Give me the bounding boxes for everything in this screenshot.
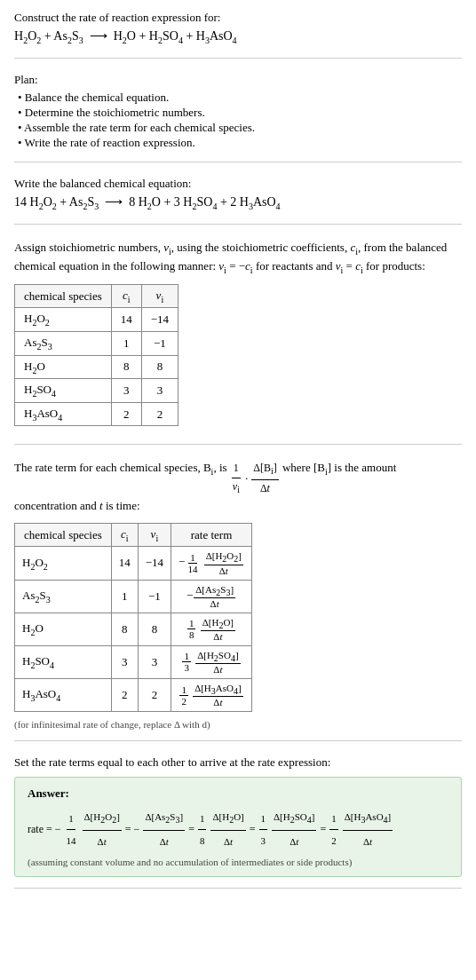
table-row: As2S3 1 −1 − Δ[As2S3] Δt — [15, 580, 252, 612]
rate-term-intro: The rate term for each chemical species,… — [14, 459, 462, 515]
balanced-header: Write the balanced chemical equation: — [14, 177, 462, 191]
rt-v-H2O2: −14 — [138, 547, 171, 580]
balanced-equation: 14 H2O2 + As2S3 ⟶ 8 H2O + 3 H2SO4 + 2 H3… — [14, 194, 462, 211]
table-row: H2O2 14 −14 — [15, 308, 178, 332]
rate-term-table: chemical species ci νi rate term H2O2 14… — [14, 523, 252, 713]
page-title: Construct the rate of reaction expressio… — [14, 11, 462, 25]
rt-c-H3AsO4: 2 — [111, 679, 138, 712]
answer-label: Answer: — [28, 786, 448, 801]
table-row: H2O 8 8 1 8 Δ[H2O] Δt — [15, 612, 252, 645]
v-H3AsO4: 2 — [141, 402, 178, 426]
answer-box: Answer: rate = − 1 14 Δ[H2O2] Δt = − Δ[A… — [14, 777, 462, 876]
stoich-col-species: chemical species — [15, 284, 112, 308]
rt-species-As2S3: As2S3 — [15, 580, 112, 612]
rt-species-H2O2: H2O2 — [15, 547, 112, 580]
rt-col-v: νi — [138, 523, 171, 547]
rt-species-H2SO4: H2SO4 — [15, 645, 112, 678]
plan-item-2: • Determine the stoichiometric numbers. — [18, 106, 462, 120]
species-As2S3: As2S3 — [15, 331, 112, 355]
rt-v-As2S3: −1 — [138, 580, 171, 612]
c-H2O2: 14 — [111, 308, 141, 332]
species-H3AsO4: H3AsO4 — [15, 402, 112, 426]
rt-col-species: chemical species — [15, 523, 112, 547]
answer-footnote: (assuming constant volume and no accumul… — [28, 857, 448, 867]
unbalanced-reaction: H2O2 + As2S3 ⟶ H2O + H2SO4 + H3AsO4 — [14, 28, 462, 45]
stoich-intro: Assign stoichiometric numbers, νi, using… — [14, 239, 462, 277]
rt-v-H3AsO4: 2 — [138, 679, 171, 712]
stoich-col-v: νi — [141, 284, 178, 308]
stoich-col-c: ci — [111, 284, 141, 308]
rt-rate-H3AsO4: 1 2 Δ[H3AsO4] Δt — [171, 679, 252, 712]
rt-rate-H2O2: − 1 14 Δ[H2O2] Δt — [171, 547, 252, 580]
answer-equation: rate = − 1 14 Δ[H2O2] Δt = − Δ[As2S3] Δt… — [28, 806, 448, 852]
rt-rate-H2SO4: 1 3 Δ[H2SO4] Δt — [171, 645, 252, 678]
rt-c-H2O2: 14 — [111, 547, 138, 580]
rate-term-footnote: (for infinitesimal rate of change, repla… — [14, 719, 462, 730]
rt-v-H2O: 8 — [138, 612, 171, 645]
table-row: H2SO4 3 3 — [15, 379, 178, 403]
species-H2SO4: H2SO4 — [15, 379, 112, 403]
plan-item-3: • Assemble the rate term for each chemic… — [18, 121, 462, 135]
table-row: H3AsO4 2 2 1 2 Δ[H3AsO4] Δt — [15, 679, 252, 712]
set-rate-text: Set the rate terms equal to each other t… — [14, 755, 462, 770]
v-As2S3: −1 — [141, 331, 178, 355]
species-H2O2: H2O2 — [15, 308, 112, 332]
plan-header: Plan: — [14, 73, 462, 87]
c-As2S3: 1 — [111, 331, 141, 355]
rt-c-H2SO4: 3 — [111, 645, 138, 678]
rt-c-H2O: 8 — [111, 612, 138, 645]
rt-species-H2O: H2O — [15, 612, 112, 645]
v-H2O2: −14 — [141, 308, 178, 332]
rt-c-As2S3: 1 — [111, 580, 138, 612]
table-row: H3AsO4 2 2 — [15, 402, 178, 426]
table-row: As2S3 1 −1 — [15, 331, 178, 355]
plan-item-1: • Balance the chemical equation. — [18, 91, 462, 105]
v-H2SO4: 3 — [141, 379, 178, 403]
rt-rate-As2S3: − Δ[As2S3] Δt — [171, 580, 252, 612]
species-H2O: H2O — [15, 355, 112, 379]
rt-v-H2SO4: 3 — [138, 645, 171, 678]
table-row: H2O 8 8 — [15, 355, 178, 379]
table-row: H2SO4 3 3 1 3 Δ[H2SO4] Δt — [15, 645, 252, 678]
plan-item-4: • Write the rate of reaction expression. — [18, 136, 462, 150]
rt-rate-H2O: 1 8 Δ[H2O] Δt — [171, 612, 252, 645]
rt-col-rate: rate term — [171, 523, 252, 547]
c-H2SO4: 3 — [111, 379, 141, 403]
rt-species-H3AsO4: H3AsO4 — [15, 679, 112, 712]
stoich-table: chemical species ci νi H2O2 14 −14 As2S3… — [14, 284, 178, 427]
v-H2O: 8 — [141, 355, 178, 379]
c-H2O: 8 — [111, 355, 141, 379]
rt-col-c: ci — [111, 523, 138, 547]
table-row: H2O2 14 −14 − 1 14 Δ[H2O2] Δt — [15, 547, 252, 580]
c-H3AsO4: 2 — [111, 402, 141, 426]
